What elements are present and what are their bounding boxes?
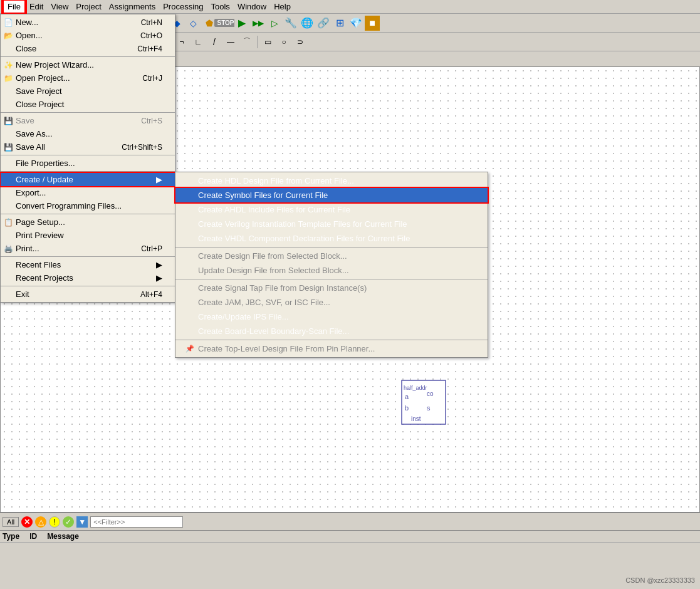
menu-new-label: New... (16, 18, 38, 27)
tb-icon8[interactable]: ⊞ (332, 16, 347, 31)
tb2-ellipse[interactable]: ○ (276, 34, 291, 50)
menubar-file[interactable]: File (3, 0, 26, 14)
submenu-sep3 (175, 340, 488, 340)
submenu-create-jam[interactable]: Create JAM, JBC, SVF, or ISC File... (175, 295, 488, 310)
submenu-create-ips[interactable]: Create/Update IPS File... (175, 310, 488, 324)
watermark: CSDN @xzc23333333 (625, 576, 695, 584)
menu-save-all[interactable]: 💾 Save All Ctrl+Shift+S (1, 140, 175, 154)
menubar-processing[interactable]: Processing (159, 1, 207, 13)
submenu-create-symbol-label: Create Symbol Files for Current File (198, 190, 328, 200)
statusbar-warn-mark: △ (38, 518, 44, 526)
submenu-create-top-level-label: Create Top-Level Design File From Pin Pl… (198, 344, 375, 353)
menubar-project[interactable]: Project (72, 1, 105, 13)
tb-run2[interactable]: ▶▶ (251, 16, 266, 31)
sep-6 (1, 256, 175, 257)
tb2-slash[interactable]: / (207, 34, 222, 50)
sep-2 (1, 112, 175, 113)
menu-open[interactable]: 📂 Open... Ctrl+O (1, 29, 175, 42)
menu-open-shortcut: Ctrl+O (128, 31, 162, 40)
menu-save-all-shortcut: Ctrl+Shift+S (109, 143, 162, 152)
menubar-assignments[interactable]: Assignments (105, 1, 159, 13)
tb-icon5[interactable]: 🔧 (283, 16, 298, 31)
submenu-create-symbol[interactable]: Create Symbol Files for Current File (175, 188, 488, 202)
tb2-line[interactable]: — (223, 34, 238, 50)
tb-icon6[interactable]: 🌐 (300, 16, 315, 31)
menu-close[interactable]: Close Ctrl+F4 (1, 42, 175, 55)
submenu-create-board[interactable]: Create Board-Level Boundary-Scan File... (175, 324, 488, 338)
menu-file-properties-label: File Properties... (16, 159, 75, 168)
submenu-create-hdl[interactable]: Create HDL Design File from Current File… (175, 174, 488, 188)
menu-recent-projects[interactable]: Recent Projects ▶ (1, 271, 175, 284)
submenu-sep2 (175, 279, 488, 279)
submenu-create-ahdl[interactable]: Create AHDL Include Files for Current Fi… (175, 202, 488, 217)
menu-close-project-label: Close Project (16, 100, 64, 109)
submenu-create-hdl-label: Create HDL Design File from Current File… (198, 176, 354, 185)
statusbar-header: Type ID Message (0, 531, 700, 543)
tb2-more[interactable]: ⊃ (293, 34, 308, 50)
menu-print-preview[interactable]: Print Preview (1, 229, 175, 242)
tb-icon9[interactable]: 💎 (348, 16, 363, 31)
menubar-view[interactable]: View (47, 1, 72, 13)
menubar-help[interactable]: Help (270, 1, 295, 13)
submenu-create-verilog-label: Create Verilog Instantiation Template Fi… (198, 219, 407, 229)
sep7 (257, 36, 258, 48)
statusbar-filter-input[interactable] (90, 516, 183, 528)
tb-icon3[interactable]: ◇ (185, 16, 201, 31)
statusbar-ok-mark: ✓ (65, 518, 71, 526)
menubar-tools[interactable]: Tools (207, 1, 234, 13)
submenu-create-top-level[interactable]: 📌 Create Top-Level Design File From Pin … (175, 341, 488, 356)
menu-export-label: Export... (16, 188, 46, 197)
tb2-corner2[interactable]: ¬ (174, 34, 189, 50)
menu-recent-projects-label: Recent Projects (16, 273, 73, 283)
sep-5 (1, 214, 175, 214)
submenu-create-vhdl[interactable]: Create VHDL Component Declaration Files … (175, 231, 488, 246)
submenu-update-design[interactable]: Update Design File from Selected Block..… (175, 263, 488, 278)
menu-open-project[interactable]: 📁 Open Project... Ctrl+J (1, 71, 175, 85)
tb2-rect2[interactable]: ▭ (260, 34, 275, 50)
menu-new-project-wizard[interactable]: ✨ New Project Wizard... (1, 58, 175, 71)
submenu-create-design[interactable]: Create Design File from Selected Block..… (175, 249, 488, 263)
menu-page-setup[interactable]: 📋 Page Setup... (1, 216, 175, 229)
menu-exit[interactable]: Exit Alt+F4 (1, 288, 175, 301)
submenu-create-signal-tap[interactable]: Create Signal Tap File from Design Insta… (175, 281, 488, 295)
tb-stop[interactable]: STOP (218, 16, 233, 31)
submenu-create-vhdl-label: Create VHDL Component Declaration Files … (198, 234, 410, 243)
tb2-wire[interactable]: ∟ (191, 34, 206, 50)
submenu-create-verilog[interactable]: Create Verilog Instantiation Template Fi… (175, 217, 488, 231)
menu-file-properties[interactable]: File Properties... (1, 157, 175, 170)
menu-save-project-label: Save Project (16, 86, 62, 96)
menu-open-label: Open... (16, 31, 43, 40)
menu-export[interactable]: Export... (1, 186, 175, 199)
statusbar-error-icon[interactable]: ✕ (21, 516, 33, 528)
menu-close-shortcut: Ctrl+F4 (125, 44, 162, 53)
menu-create-update[interactable]: Create / Update ▶ Create HDL Design File… (1, 173, 175, 186)
submenu-update-design-label: Update Design File from Selected Block..… (198, 266, 349, 275)
menu-recent-files[interactable]: Recent Files ▶ (1, 258, 175, 271)
menu-print[interactable]: 🖨️ Print... Ctrl+P (1, 242, 175, 255)
statusbar-all-btn[interactable]: All (3, 517, 19, 527)
menubar-edit[interactable]: Edit (26, 1, 47, 13)
menu-save-as[interactable]: Save As... (1, 127, 175, 140)
wizard-icon: ✨ (3, 60, 13, 70)
statusbar-info-icon[interactable]: ! (49, 516, 60, 528)
create-update-arrow: ▶ (144, 175, 162, 184)
submenu-create-jam-label: Create JAM, JBC, SVF, or ISC File... (198, 298, 330, 307)
sep-1 (1, 56, 175, 57)
tb2-dotline[interactable]: ⌒ (239, 34, 254, 50)
statusbar-warn-icon[interactable]: △ (35, 516, 46, 528)
menu-save[interactable]: 💾 Save Ctrl+S (1, 114, 175, 127)
tb-icon10[interactable]: ■ (365, 16, 380, 31)
menu-save-project[interactable]: Save Project (1, 85, 175, 98)
statusbar-ok-icon[interactable]: ✓ (63, 516, 74, 528)
file-menu-overlay: 📄 New... Ctrl+N 📂 Open... Ctrl+O Close C… (0, 14, 175, 303)
menu-convert-programming[interactable]: Convert Programming Files... (1, 199, 175, 212)
menu-new[interactable]: 📄 New... Ctrl+N (1, 16, 175, 29)
menu-page-setup-label: Page Setup... (16, 217, 65, 227)
tb-icon7[interactable]: 🔗 (316, 16, 331, 31)
statusbar-filter-icon[interactable]: ▼ (76, 516, 88, 528)
menubar-window[interactable]: Window (234, 1, 270, 13)
menu-close-project[interactable]: Close Project (1, 98, 175, 111)
menu-print-shortcut: Ctrl+P (128, 244, 162, 253)
tb-run3[interactable]: ▷ (267, 16, 282, 31)
tb-run[interactable]: ▶ (234, 16, 249, 31)
